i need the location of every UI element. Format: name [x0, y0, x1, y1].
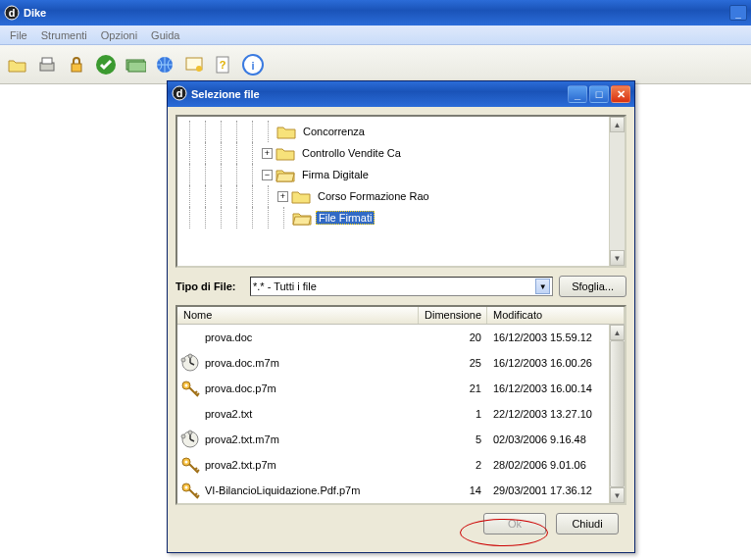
scroll-track[interactable]	[610, 132, 625, 250]
folder-open-icon	[275, 166, 296, 183]
list-header: Nome Dimensione Modificato	[177, 307, 625, 325]
lock-button[interactable]	[63, 51, 90, 78]
menu-guida[interactable]: Guida	[145, 27, 185, 43]
tree-item[interactable]: Concorrenza	[181, 121, 625, 142]
file-clock-icon	[177, 352, 203, 374]
svg-point-21	[185, 384, 188, 387]
print-button[interactable]	[33, 51, 61, 78]
svg-text:d: d	[9, 7, 16, 19]
file-modified: 29/03/2001 17.36.12	[487, 484, 625, 496]
file-modified: 16/12/2003 16.00.14	[487, 382, 625, 394]
menu-file[interactable]: File	[4, 27, 33, 43]
folder-open-icon	[291, 209, 313, 227]
file-name: prova2.txt	[203, 408, 419, 420]
tree-scrollbar[interactable]: ▲ ▼	[609, 117, 625, 266]
help-doc-button[interactable]: ?	[210, 51, 237, 78]
expand-icon[interactable]: +	[262, 148, 273, 159]
tree-item[interactable]: + Corso Formazione Rao	[181, 185, 625, 207]
list-item[interactable]: prova2.txt.m7m502/03/2006 9.16.48	[177, 427, 625, 452]
file-size: 21	[419, 382, 487, 394]
folder-icon	[290, 187, 312, 205]
file-modified: 16/12/2003 15.59.12	[487, 331, 625, 343]
expand-icon[interactable]: +	[277, 191, 288, 202]
menu-opzioni[interactable]: Opzioni	[95, 27, 143, 43]
svg-text:d: d	[176, 87, 183, 99]
file-modified: 16/12/2003 16.00.26	[487, 357, 625, 369]
app-icon: d	[4, 5, 20, 21]
scroll-track[interactable]	[610, 340, 625, 487]
app-title: Dike	[24, 7, 46, 19]
folder-icon	[275, 144, 296, 162]
col-modified[interactable]: Modificato	[487, 307, 625, 324]
file-list[interactable]: Nome Dimensione Modificato prova.doc2016…	[175, 305, 626, 505]
filetype-value: *.* - Tutti i file	[253, 280, 317, 292]
list-scrollbar[interactable]: ▲ ▼	[609, 325, 625, 503]
col-size[interactable]: Dimensione	[419, 307, 487, 324]
folder-tree[interactable]: Concorrenza + Controllo Vendite Ca − Fir…	[175, 115, 626, 268]
file-key-icon	[177, 454, 203, 476]
tree-label: File Firmati	[316, 211, 375, 225]
close-dialog-button[interactable]: Chiudi	[556, 513, 619, 535]
list-item[interactable]: VI-BilancioLiquidazione.Pdf.p7m1429/03/2…	[177, 478, 625, 503]
tree-label: Firma Digitale	[299, 168, 372, 181]
browse-button[interactable]: Sfoglia...	[559, 276, 626, 297]
file-key-icon	[177, 378, 203, 399]
ok-button[interactable]: Ok	[483, 513, 546, 535]
list-item[interactable]: prova2.txt122/12/2003 13.27.10	[177, 401, 625, 427]
file-name: prova.doc.p7m	[203, 382, 419, 394]
cash-button[interactable]	[122, 51, 149, 78]
filetype-select[interactable]: *.* - Tutti i file ▼	[250, 277, 553, 296]
dialog-maximize-button[interactable]: □	[589, 85, 609, 103]
scroll-down-button[interactable]: ▼	[610, 250, 625, 266]
list-item[interactable]: prova.doc2016/12/2003 15.59.12	[177, 325, 625, 350]
menu-bar: File Strumenti Opzioni Guida	[0, 25, 751, 45]
file-name: prova2.txt.m7m	[203, 433, 419, 445]
collapse-icon[interactable]: −	[262, 170, 273, 180]
verify-button[interactable]	[92, 51, 120, 78]
file-size: 1	[419, 408, 487, 420]
file-clock-icon	[177, 429, 203, 450]
scroll-down-button[interactable]: ▼	[610, 487, 625, 503]
svg-point-24	[181, 434, 185, 438]
folder-icon	[275, 123, 297, 140]
svg-point-28	[185, 486, 188, 489]
toolbar: ? i	[0, 45, 751, 84]
list-item[interactable]: prova2.txt.p7m228/02/2006 9.01.06	[177, 452, 625, 478]
tree-item-selected[interactable]: File Firmati	[181, 207, 625, 229]
file-name: prova2.txt.p7m	[203, 459, 419, 471]
main-window-buttons: _	[729, 5, 747, 21]
file-name: VI-BilancioLiquidazione.Pdf.p7m	[203, 484, 419, 496]
col-name[interactable]: Nome	[177, 307, 419, 324]
scroll-up-button[interactable]: ▲	[610, 117, 625, 132]
file-size: 2	[419, 459, 487, 471]
svg-point-23	[188, 431, 192, 434]
svg-rect-4	[72, 64, 81, 72]
dialog-minimize-button[interactable]: _	[568, 85, 587, 103]
info-button[interactable]: i	[239, 51, 267, 78]
file-key-icon	[177, 480, 203, 501]
list-item[interactable]: prova.doc.m7m2516/12/2003 16.00.26	[177, 350, 625, 376]
svg-rect-3	[42, 58, 52, 64]
tree-item[interactable]: + Controllo Vendite Ca	[181, 142, 625, 164]
list-item[interactable]: prova.doc.p7m2116/12/2003 16.00.14	[177, 376, 625, 401]
dialog-close-button[interactable]: ✕	[611, 85, 630, 103]
open-folder-button[interactable]	[4, 51, 31, 78]
tree-label: Controllo Vendite Ca	[299, 146, 404, 160]
file-name: prova.doc.m7m	[203, 357, 419, 369]
file-modified: 22/12/2003 13.27.10	[487, 408, 625, 420]
main-minimize-button[interactable]: _	[729, 5, 747, 21]
filetype-label: Tipo di File:	[175, 280, 244, 292]
tree-item[interactable]: − Firma Digitale	[181, 164, 625, 185]
tree-label: Corso Formazione Rao	[315, 189, 432, 203]
svg-point-19	[181, 358, 185, 362]
svg-point-26	[185, 461, 188, 464]
certificate-button[interactable]	[180, 51, 208, 78]
internet-button[interactable]	[151, 51, 178, 78]
dialog-titlebar: d Selezione file _ □ ✕	[168, 81, 634, 107]
menu-strumenti[interactable]: Strumenti	[35, 27, 93, 43]
scroll-thumb[interactable]	[610, 340, 625, 487]
tree-label: Concorrenza	[300, 125, 368, 138]
scroll-up-button[interactable]: ▲	[610, 325, 625, 340]
dialog-window-buttons: _ □ ✕	[568, 85, 630, 103]
file-modified: 02/03/2006 9.16.48	[487, 433, 625, 445]
